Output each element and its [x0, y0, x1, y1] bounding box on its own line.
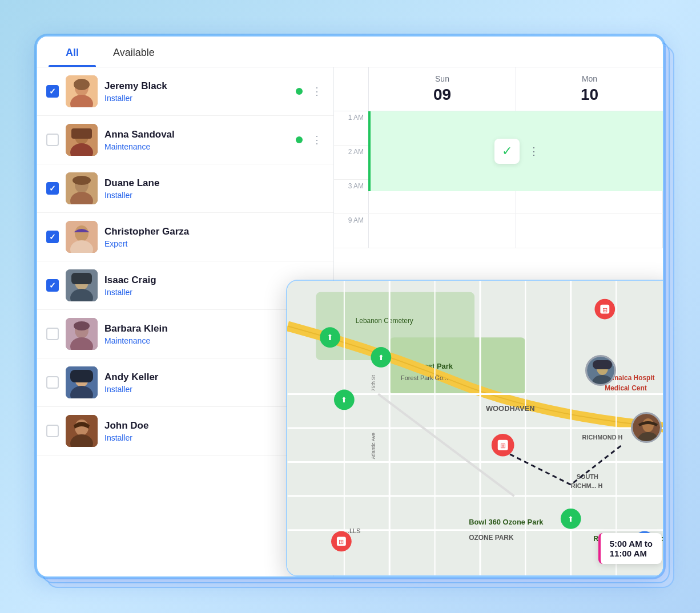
staff-name: Jeremy Black [104, 80, 289, 92]
avatar [66, 172, 98, 204]
svg-text:⊞: ⊞ [339, 538, 344, 545]
svg-rect-7 [71, 128, 92, 139]
calendar-day-mon: Mon 10 [516, 67, 663, 111]
svg-text:⬆: ⬆ [341, 396, 347, 404]
time-row: 9 AM [334, 214, 663, 248]
svg-text:⊞: ⊞ [500, 442, 506, 450]
staff-info: Jeremy Black Installer [104, 80, 289, 103]
map-avatar-person1 [585, 355, 616, 386]
more-options-icon[interactable]: ⋮ [309, 83, 324, 100]
staff-name: Isaac Craig [104, 275, 299, 286]
staff-role: Installer [104, 385, 299, 394]
svg-text:Atlantic Ave: Atlantic Ave [371, 433, 376, 459]
svg-text:⬆: ⬆ [568, 515, 574, 523]
staff-name: Christopher Garza [104, 226, 299, 237]
staff-info: Isaac Craig Installer [104, 275, 299, 297]
svg-point-85 [642, 418, 654, 432]
svg-text:⬆: ⬆ [378, 353, 384, 362]
staff-role: Installer [104, 288, 299, 297]
staff-role: Maintenance [104, 336, 299, 345]
staff-name: John Doe [104, 420, 289, 431]
time-label: 1 AM [334, 111, 368, 145]
staff-role: Installer [104, 94, 289, 103]
time-label: 2 AM [334, 146, 368, 179]
svg-text:⊞: ⊞ [602, 306, 608, 313]
time-cells [368, 214, 663, 248]
more-options-icon[interactable]: ⋮ [309, 131, 324, 148]
checkbox-andy[interactable] [46, 376, 59, 389]
avatar [66, 318, 98, 350]
more-options-icon[interactable] [320, 186, 324, 191]
time-cell-sun [369, 214, 516, 248]
svg-rect-18 [71, 273, 92, 284]
svg-point-3 [74, 79, 90, 90]
list-item: Duane Lane Installer [37, 164, 333, 213]
map-svg: Lebanon Cemetery Forest Park [287, 281, 663, 575]
list-item: Anna Sandoval Maintenance ⋮ [37, 116, 333, 164]
staff-info: Barbara Klein Maintenance [104, 323, 299, 345]
checkbox-duane[interactable] [46, 182, 59, 195]
svg-text:Medical Cent: Medical Cent [605, 384, 646, 392]
checkbox-isaac[interactable] [46, 279, 59, 292]
avatar [66, 75, 98, 107]
staff-name: Duane Lane [104, 178, 299, 189]
checkmark-icon: ✓ [502, 144, 512, 159]
avatar [66, 269, 98, 301]
staff-role: Installer [104, 433, 289, 442]
staff-info: Anna Sandoval Maintenance [104, 129, 289, 151]
more-options-icon[interactable] [320, 235, 324, 239]
staff-name: Anna Sandoval [104, 129, 289, 140]
online-status-dot [296, 88, 303, 95]
svg-text:RICHMOND H: RICHMOND H [582, 434, 623, 441]
svg-rect-26 [70, 370, 93, 382]
time-badge: 5:00 AM to 11:00 AM [598, 533, 662, 564]
staff-name: Barbara Klein [104, 323, 299, 334]
right-panel: Sun 09 Mon 10 1 AM [334, 67, 663, 576]
svg-rect-83 [593, 360, 612, 369]
avatar [66, 415, 98, 447]
staff-role: Expert [104, 239, 299, 248]
day-name: Sun [373, 74, 511, 83]
time-col [334, 67, 368, 111]
time-label: 9 AM [334, 214, 368, 248]
avatar [66, 221, 98, 253]
event-check-icon: ✓ [494, 139, 520, 164]
svg-text:WOODHAVEN: WOODHAVEN [486, 404, 535, 413]
day-number: 09 [373, 86, 511, 104]
calendar-day-sun: Sun 09 [368, 67, 516, 111]
day-name: Mon [521, 74, 658, 83]
map-container[interactable]: Lebanon Cemetery Forest Park [287, 281, 663, 575]
svg-text:Bowl 360 Ozone Park: Bowl 360 Ozone Park [469, 518, 544, 526]
list-item: Jeremy Black Installer ⋮ [37, 67, 333, 116]
svg-text:OZONE PARK: OZONE PARK [469, 534, 514, 542]
staff-info: Christopher Garza Expert [104, 226, 299, 248]
svg-text:Forest Park Go...: Forest Park Go... [401, 374, 448, 381]
staff-info: Andy Keller Installer [104, 372, 299, 394]
checkbox-anna[interactable] [46, 134, 59, 146]
map-overlay: Lebanon Cemetery Forest Park [286, 280, 663, 576]
svg-point-22 [74, 321, 90, 330]
staff-role: Maintenance [104, 142, 289, 151]
svg-point-11 [73, 176, 91, 185]
avatar [66, 124, 98, 156]
staff-role: Installer [104, 191, 299, 200]
tab-available[interactable]: Available [96, 37, 172, 67]
list-item: Christopher Garza Expert [37, 213, 333, 261]
checkbox-christopher[interactable] [46, 231, 59, 243]
svg-text:75th St: 75th St [371, 375, 376, 392]
content-area: Jeremy Black Installer ⋮ [37, 67, 663, 576]
checkbox-jeremy[interactable] [46, 85, 59, 98]
time-label: 3 AM [334, 180, 368, 213]
main-card: All Available [36, 35, 664, 578]
tab-all[interactable]: All [49, 37, 96, 67]
svg-text:RICHM... H: RICHM... H [571, 482, 603, 489]
checkbox-john[interactable] [46, 425, 59, 437]
calendar-event[interactable]: ✓ ⋮ [368, 111, 663, 191]
staff-info: John Doe Installer [104, 420, 289, 442]
event-more-icon[interactable]: ⋮ [529, 145, 539, 158]
checkbox-barbara[interactable] [46, 328, 59, 340]
staff-name: Andy Keller [104, 372, 299, 383]
tabs-container: All Available [37, 37, 663, 67]
calendar-header: Sun 09 Mon 10 [334, 67, 663, 111]
staff-info: Duane Lane Installer [104, 178, 299, 200]
